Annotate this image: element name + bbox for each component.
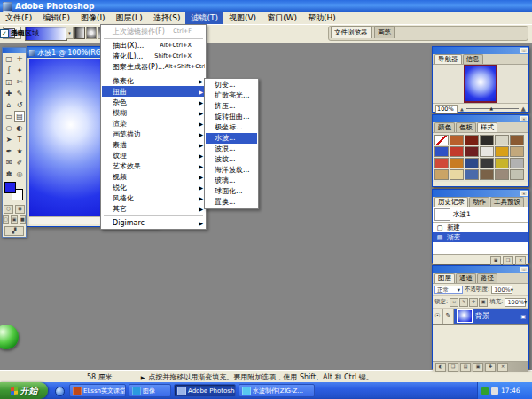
radial-gradient-button[interactable] xyxy=(86,27,97,39)
tray-icon[interactable] xyxy=(481,387,489,395)
tab-file-browser[interactable]: 文件浏览器 xyxy=(331,26,372,38)
filter-menu-item[interactable]: 液化(L)... Shift+Ctrl+X xyxy=(102,51,205,61)
tool-button[interactable]: ▤ xyxy=(14,111,25,122)
tool-button[interactable]: ʆ xyxy=(4,65,14,76)
quick-mask-button[interactable]: ○ xyxy=(4,205,13,214)
tool-button[interactable]: ▢ xyxy=(4,53,14,65)
tool-button[interactable]: ◱ xyxy=(4,76,14,88)
navigator-zoom-field[interactable]: 100% xyxy=(435,105,458,113)
style-swatch[interactable] xyxy=(450,169,464,180)
submenu-item[interactable]: 波纹... xyxy=(206,154,257,165)
layers-footer-button[interactable]: ✚ xyxy=(485,363,496,372)
filter-menu-item[interactable]: 渲染 ▶ xyxy=(102,118,205,129)
style-swatch[interactable] xyxy=(465,146,479,157)
navigator-thumbnail[interactable] xyxy=(464,65,497,103)
lock-toggle-icon[interactable]: ✛ xyxy=(469,298,478,307)
imageready-button[interactable]: ▞ xyxy=(4,226,24,236)
screen-mode-button[interactable]: ▣ xyxy=(11,215,17,224)
palette-tab[interactable]: 色板 xyxy=(456,122,476,132)
filter-menu-item[interactable]: 扭曲 ▶ xyxy=(102,86,205,97)
tool-button[interactable]: ✽ xyxy=(4,168,14,180)
close-icon[interactable]: ✕ xyxy=(520,191,528,196)
palette-tab[interactable]: 动作 xyxy=(469,197,489,207)
history-footer-button[interactable]: ▣ xyxy=(490,256,501,265)
quick-mask-button[interactable]: ◉ xyxy=(15,205,25,214)
screen-mode-button[interactable]: ▢ xyxy=(3,215,9,224)
tool-button[interactable]: ◎ xyxy=(14,168,25,180)
submenu-item[interactable]: 玻璃... xyxy=(206,176,257,186)
tool-button[interactable]: ➤ xyxy=(4,134,14,145)
tool-button[interactable]: ○ xyxy=(4,122,14,134)
palette-tab[interactable]: 样式 xyxy=(477,122,497,132)
taskbar-task-2[interactable]: 图像 xyxy=(129,384,171,397)
palette-tab[interactable]: 工具预设 xyxy=(490,197,524,207)
blend-mode-select[interactable]: 正常 ▾ xyxy=(434,286,463,294)
filter-menu-item[interactable]: 锐化 ▶ xyxy=(102,182,205,192)
filter-menu-item[interactable]: 画笔描边 ▶ xyxy=(102,129,205,139)
filter-menu-item[interactable]: 视频 ▶ xyxy=(102,171,205,182)
tool-button[interactable]: ✎ xyxy=(14,88,25,99)
taskbar-task-1[interactable]: ELssn英文课堂 xyxy=(69,384,126,397)
foreground-color-swatch[interactable] xyxy=(4,182,16,193)
style-swatch[interactable] xyxy=(510,169,524,180)
zoom-in-icon[interactable]: ▲ xyxy=(521,106,526,113)
start-button[interactable]: 开始 xyxy=(0,382,48,399)
tool-button[interactable]: ✉ xyxy=(4,157,14,168)
tab-brushes[interactable]: 画笔 xyxy=(374,26,395,38)
submenu-item[interactable]: 极坐标... xyxy=(206,122,257,133)
layers-footer-button[interactable]: ❏ xyxy=(448,363,458,372)
style-swatch[interactable] xyxy=(495,146,509,157)
tool-button[interactable]: ✚ xyxy=(4,88,14,99)
style-swatch[interactable] xyxy=(450,146,464,157)
submenu-item[interactable]: 置换... xyxy=(206,197,257,207)
filter-menu-item[interactable]: 模糊 ▶ xyxy=(102,107,205,118)
lock-toggle-icon[interactable]: ✎ xyxy=(459,298,468,307)
menubar-item[interactable]: 编辑(E) xyxy=(37,12,75,24)
style-swatch[interactable] xyxy=(450,158,464,168)
linear-gradient-button[interactable] xyxy=(74,27,85,39)
menubar-item[interactable]: 图像(I) xyxy=(75,12,111,24)
menubar-item[interactable]: 帮助(H) xyxy=(302,12,341,24)
filter-menu-item[interactable]: 图案生成器(P)... Alt+Shift+Ctrl+X xyxy=(102,61,205,72)
history-footer-button[interactable]: ❏ xyxy=(503,256,513,265)
style-swatch[interactable] xyxy=(510,158,524,168)
slider-thumb[interactable]: ▲ xyxy=(489,106,493,111)
visibility-eye-icon[interactable]: ☉ xyxy=(433,309,443,324)
tool-button[interactable]: ✒ xyxy=(4,145,14,157)
filter-menu-item[interactable]: 杂色 ▶ xyxy=(102,97,205,107)
submenu-item[interactable]: 波浪... xyxy=(206,144,257,154)
tool-button[interactable]: ✦ xyxy=(14,65,25,76)
palette-tab[interactable]: 路径 xyxy=(477,273,497,283)
tool-button[interactable]: ↺ xyxy=(14,99,25,111)
screen-mode-button[interactable]: ■ xyxy=(20,215,26,224)
close-icon[interactable]: ✕ xyxy=(520,116,528,121)
style-swatch[interactable] xyxy=(495,169,509,180)
tool-button[interactable]: ✄ xyxy=(14,76,25,88)
lock-toggle-icon[interactable]: ▣ xyxy=(479,298,488,307)
clock[interactable]: 17:46 xyxy=(501,387,520,395)
desktop-green-ball-icon[interactable] xyxy=(0,325,19,349)
style-swatch[interactable] xyxy=(434,135,449,145)
submenu-item[interactable]: 切变... xyxy=(206,80,257,90)
style-swatch[interactable] xyxy=(495,135,509,145)
palette-title-bar[interactable]: ✕ xyxy=(433,115,528,122)
menubar-item[interactable]: 选择(S) xyxy=(148,12,186,24)
tool-button[interactable]: ⌂ xyxy=(4,99,14,111)
tool-button[interactable]: ✛ xyxy=(14,53,25,65)
style-swatch[interactable] xyxy=(465,169,479,180)
style-swatch[interactable] xyxy=(434,146,449,157)
palette-tab[interactable]: 导航器 xyxy=(434,54,462,64)
options-checkbox[interactable]: ✓ 透明区域 xyxy=(0,28,39,38)
filter-menu-item[interactable]: 艺术效果 ▶ xyxy=(102,160,205,171)
menubar-item[interactable]: 窗口(W) xyxy=(262,12,302,24)
taskbar-task-photoshop[interactable]: Adobe Photoshop xyxy=(174,384,236,397)
filter-menu-item[interactable]: 其它 ▶ xyxy=(102,203,205,214)
menubar-item[interactable]: 文件(F) xyxy=(0,12,37,24)
style-swatch[interactable] xyxy=(450,135,464,145)
tool-button[interactable]: ★ xyxy=(14,145,25,157)
submenu-item[interactable]: 海洋波纹... xyxy=(206,165,257,176)
submenu-item[interactable]: 球面化... xyxy=(206,186,257,197)
style-swatch[interactable] xyxy=(465,135,479,145)
tool-button[interactable]: ◐ xyxy=(14,122,25,134)
palette-title-bar[interactable]: ✕ xyxy=(433,47,528,54)
